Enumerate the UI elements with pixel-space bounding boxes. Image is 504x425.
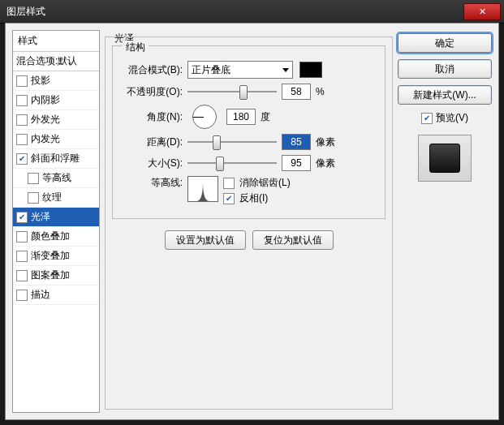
distance-row: 距离(D): 85 像素: [121, 134, 377, 150]
antialias-label: 消除锯齿(L): [239, 176, 291, 190]
opacity-value[interactable]: 58: [282, 84, 311, 100]
blend-options-label: 混合选项:默认: [16, 54, 77, 68]
distance-value[interactable]: 85: [282, 134, 311, 150]
contour-row: 等高线: 消除锯齿(L) ✔ 反相(I): [121, 176, 377, 205]
opacity-label: 不透明度(O):: [121, 85, 183, 99]
style-item[interactable]: 内发光: [13, 130, 99, 149]
titlebar: 图层样式 ✕: [0, 0, 504, 24]
chevron-down-icon: [282, 68, 289, 72]
distance-label: 距离(D):: [121, 135, 183, 149]
blend-options-row[interactable]: 混合选项:默认: [13, 52, 99, 71]
satin-group: 结构 混合模式(B): 正片叠底 不透明度(O): 58 %: [105, 36, 393, 410]
make-default-button[interactable]: 设置为默认值: [165, 230, 246, 250]
preview-thumbnail: [429, 144, 460, 173]
window-title: 图层样式: [6, 5, 45, 19]
style-checkbox[interactable]: [16, 270, 28, 281]
preview-box: [418, 135, 472, 182]
size-unit: 像素: [316, 157, 335, 170]
close-icon: ✕: [479, 6, 486, 17]
layer-style-dialog: 图层样式 ✕ 样式 混合选项:默认 投影内阴影外发光内发光✔斜面和浮雕等高线纹理…: [0, 0, 504, 425]
invert-label: 反相(I): [239, 191, 268, 205]
blend-mode-value: 正片叠底: [192, 63, 230, 77]
default-buttons: 设置为默认值 复位为默认值: [112, 230, 386, 250]
size-slider[interactable]: [187, 156, 277, 170]
style-item[interactable]: 图案叠加: [13, 266, 99, 285]
style-item-label: 斜面和浮雕: [31, 152, 80, 165]
opacity-row: 不透明度(O): 58 %: [121, 84, 377, 100]
opacity-slider[interactable]: [187, 84, 277, 99]
styles-header: 样式: [13, 31, 99, 52]
style-item-label: 等高线: [42, 171, 71, 185]
style-checkbox[interactable]: [16, 95, 28, 106]
dialog-body: 样式 混合选项:默认 投影内阴影外发光内发光✔斜面和浮雕等高线纹理✔光泽颜色叠加…: [5, 23, 499, 420]
style-item-label: 描边: [31, 288, 50, 302]
style-item[interactable]: 投影: [13, 71, 99, 91]
style-item-label: 投影: [31, 74, 50, 88]
left-column: 样式 混合选项:默认 投影内阴影外发光内发光✔斜面和浮雕等高线纹理✔光泽颜色叠加…: [12, 30, 100, 413]
style-item-label: 内阴影: [31, 93, 60, 107]
style-item[interactable]: 颜色叠加: [13, 227, 99, 247]
style-item-label: 纹理: [42, 191, 62, 204]
opacity-unit: %: [316, 86, 325, 97]
cancel-button[interactable]: 取消: [398, 59, 492, 79]
right-column: 确定 取消 新建样式(W)... ✔ 预览(V): [398, 30, 492, 413]
style-item[interactable]: 内阴影: [13, 91, 99, 110]
distance-slider[interactable]: [187, 135, 277, 149]
blend-mode-label: 混合模式(B):: [121, 63, 183, 77]
color-swatch[interactable]: [299, 62, 322, 78]
close-button[interactable]: ✕: [463, 3, 501, 20]
style-item[interactable]: 纹理: [13, 188, 99, 208]
preview-label: 预览(V): [436, 111, 468, 125]
angle-value[interactable]: 180: [226, 109, 256, 125]
style-checkbox[interactable]: [16, 231, 28, 243]
style-checkbox[interactable]: ✔: [16, 212, 28, 223]
style-item[interactable]: 渐变叠加: [13, 247, 99, 266]
contour-options: 消除锯齿(L) ✔ 反相(I): [223, 176, 291, 205]
angle-unit: 度: [261, 110, 270, 124]
size-value[interactable]: 95: [282, 155, 311, 171]
angle-label: 角度(N):: [121, 110, 183, 124]
new-style-button[interactable]: 新建样式(W)...: [398, 85, 492, 105]
size-row: 大小(S): 95 像素: [121, 155, 377, 171]
style-checkbox[interactable]: [28, 173, 39, 184]
reset-default-button[interactable]: 复位为默认值: [252, 230, 334, 250]
style-checkbox[interactable]: ✔: [16, 153, 28, 165]
style-item[interactable]: ✔斜面和浮雕: [13, 149, 99, 169]
style-checkbox[interactable]: [16, 251, 28, 262]
structure-title: 结构: [123, 41, 149, 54]
style-item-label: 图案叠加: [31, 268, 70, 282]
invert-checkbox[interactable]: ✔: [223, 193, 235, 204]
preview-checkbox[interactable]: ✔: [421, 113, 433, 124]
style-checkbox[interactable]: [16, 114, 28, 126]
angle-row: 角度(N): 180 度: [121, 105, 377, 129]
antialias-checkbox[interactable]: [223, 178, 235, 189]
style-item-label: 内发光: [31, 132, 60, 146]
styles-panel: 样式 混合选项:默认 投影内阴影外发光内发光✔斜面和浮雕等高线纹理✔光泽颜色叠加…: [12, 30, 100, 413]
distance-unit: 像素: [316, 135, 335, 149]
preview-row: ✔ 预览(V): [398, 111, 492, 125]
structure-group: 结构 混合模式(B): 正片叠底 不透明度(O): 58 %: [112, 45, 386, 219]
style-item-label: 光泽: [31, 210, 50, 224]
size-label: 大小(S):: [121, 157, 183, 170]
style-item-label: 渐变叠加: [31, 249, 70, 263]
contour-picker[interactable]: [187, 176, 218, 202]
style-item[interactable]: 描边: [13, 285, 99, 305]
style-checkbox[interactable]: [28, 192, 39, 204]
center-column: 光泽 结构 混合模式(B): 正片叠底 不透明度(O):: [105, 30, 393, 413]
style-checkbox[interactable]: [16, 134, 28, 145]
blend-mode-row: 混合模式(B): 正片叠底: [121, 61, 377, 79]
style-checkbox[interactable]: [16, 75, 28, 87]
style-item-label: 颜色叠加: [31, 230, 70, 243]
style-list: 投影内阴影外发光内发光✔斜面和浮雕等高线纹理✔光泽颜色叠加渐变叠加图案叠加描边: [13, 71, 99, 305]
contour-label: 等高线:: [121, 176, 183, 190]
style-checkbox[interactable]: [16, 290, 28, 301]
style-item[interactable]: ✔光泽: [13, 208, 99, 227]
angle-dial[interactable]: [192, 105, 217, 129]
blend-mode-select[interactable]: 正片叠底: [187, 61, 293, 79]
style-item[interactable]: 外发光: [13, 110, 99, 130]
style-item[interactable]: 等高线: [13, 169, 99, 188]
ok-button[interactable]: 确定: [398, 33, 492, 53]
style-item-label: 外发光: [31, 113, 60, 127]
